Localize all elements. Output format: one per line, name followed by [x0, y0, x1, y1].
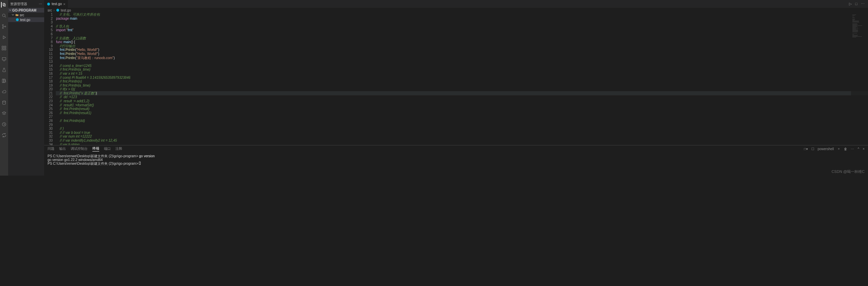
testing-icon[interactable]: [1, 67, 7, 73]
go-file-icon: [56, 8, 59, 12]
cloud-icon[interactable]: [1, 89, 7, 94]
tree-label: test.go: [20, 18, 30, 22]
svg-line-16: [5, 79, 6, 83]
books-icon[interactable]: [1, 78, 7, 84]
explorer-title: 资源管理器: [10, 2, 27, 6]
search-icon[interactable]: [1, 13, 7, 18]
chevron-down-icon: [9, 9, 12, 12]
svg-point-22: [56, 9, 59, 12]
terminal-shell-icon[interactable]: ☐: [811, 147, 814, 151]
svg-point-4: [2, 24, 3, 25]
close-panel-icon[interactable]: ×: [863, 147, 865, 151]
svg-rect-14: [2, 79, 4, 83]
tree-file-testgo[interactable]: test.go: [8, 17, 44, 22]
minimap[interactable]: [851, 13, 868, 145]
sidebar: 资源管理器 ⋯ GO-PROGRAM src test.go: [8, 0, 44, 176]
more-icon[interactable]: ⋯: [851, 147, 854, 151]
more-icon[interactable]: ⋯: [861, 2, 865, 6]
code-content[interactable]: // 主包。可执行文件所在包package main// 导入包import "…: [56, 13, 868, 145]
svg-point-5: [2, 28, 3, 29]
activity-bar: [0, 0, 8, 176]
svg-point-17: [3, 101, 6, 102]
layers-icon[interactable]: [1, 111, 7, 116]
breadcrumb[interactable]: src › test.go: [44, 8, 868, 13]
debug-icon[interactable]: [1, 35, 7, 40]
terminal-split-icon[interactable]: □▾: [804, 147, 808, 151]
panel-tab-terminal[interactable]: 终端: [92, 146, 99, 151]
svg-rect-12: [2, 58, 6, 60]
tab-actions: ▷ □ ⋯: [849, 2, 868, 6]
svg-rect-10: [4, 49, 6, 50]
code-editor[interactable]: 1234567891011121314151617181920212223242…: [44, 13, 868, 145]
go-file-icon: [47, 2, 50, 6]
split-editor-icon[interactable]: □: [855, 2, 857, 6]
run-icon[interactable]: ▷: [849, 2, 852, 6]
go-file-icon: [16, 18, 19, 21]
main-area: test.go × ▷ □ ⋯ src › test.go 1234567891…: [44, 0, 868, 176]
svg-rect-15: [4, 79, 5, 83]
tree-label: src: [20, 13, 24, 17]
chevron-right-icon: ›: [53, 8, 54, 12]
chevron-down-icon: [12, 14, 14, 16]
panel-tab-ports[interactable]: 端口: [104, 146, 111, 151]
tab-bar: test.go × ▷ □ ⋯: [44, 0, 868, 8]
close-icon[interactable]: ×: [63, 2, 65, 6]
sync-icon[interactable]: [1, 132, 7, 138]
terminal-content[interactable]: PS C:\Users\renwe\Desktop\新建文件夹 (2)\go\g…: [44, 152, 868, 176]
panel-tab-output[interactable]: 输出: [59, 146, 66, 151]
tree-folder-src[interactable]: src: [8, 13, 44, 17]
svg-point-21: [47, 2, 50, 5]
timeline-icon[interactable]: [1, 122, 7, 127]
line-numbers: 1234567891011121314151617181920212223242…: [44, 13, 56, 145]
svg-line-3: [5, 16, 6, 17]
panel-tab-problems[interactable]: 问题: [48, 146, 54, 151]
svg-rect-11: [4, 46, 6, 48]
kill-terminal-icon[interactable]: 🗑: [844, 147, 847, 151]
svg-rect-9: [2, 49, 3, 50]
svg-rect-8: [2, 46, 3, 48]
folder-icon: [15, 13, 19, 17]
tab-label: test.go: [52, 2, 62, 6]
svg-point-6: [5, 26, 6, 27]
panel-tab-comments[interactable]: 注释: [116, 146, 122, 151]
svg-marker-7: [3, 36, 5, 39]
svg-point-2: [2, 14, 5, 17]
svg-point-20: [16, 18, 19, 21]
add-terminal-icon[interactable]: ＋: [837, 146, 840, 151]
breadcrumb-segment[interactable]: src: [48, 8, 52, 12]
tab-testgo[interactable]: test.go ×: [44, 0, 68, 8]
project-name: GO-PROGRAM: [12, 8, 36, 12]
more-icon[interactable]: ⋯: [39, 2, 42, 6]
database-icon[interactable]: [1, 100, 7, 105]
sidebar-header: 资源管理器 ⋯: [8, 0, 44, 8]
maximize-icon[interactable]: ^: [857, 147, 859, 151]
remote-icon[interactable]: [1, 56, 7, 62]
panel-tab-debug[interactable]: 调试控制台: [71, 146, 88, 151]
extensions-icon[interactable]: [1, 46, 7, 51]
breadcrumb-segment[interactable]: test.go: [61, 8, 71, 12]
source-control-icon[interactable]: [1, 24, 7, 29]
svg-marker-18: [2, 112, 6, 113]
explorer-icon[interactable]: [1, 2, 6, 7]
shell-label[interactable]: powershell: [818, 147, 834, 151]
project-root[interactable]: GO-PROGRAM: [8, 8, 44, 13]
panel-tabs: 问题 输出 调试控制台 终端 端口 注释 □▾ ☐ powershell ＋ 🗑…: [44, 145, 868, 152]
bottom-panel: 问题 输出 调试控制台 终端 端口 注释 □▾ ☐ powershell ＋ 🗑…: [44, 145, 868, 176]
